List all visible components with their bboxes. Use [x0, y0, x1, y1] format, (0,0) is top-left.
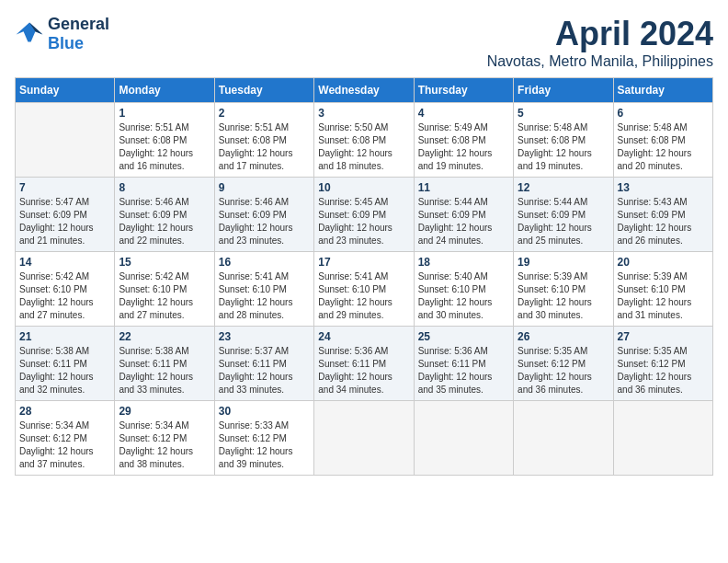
day-info: Sunrise: 5:35 AMSunset: 6:12 PMDaylight:… — [518, 345, 609, 396]
table-row: 9Sunrise: 5:46 AMSunset: 6:09 PMDaylight… — [214, 178, 313, 252]
table-row: 10Sunrise: 5:45 AMSunset: 6:09 PMDayligh… — [314, 178, 414, 252]
calendar-week-3: 14Sunrise: 5:42 AMSunset: 6:10 PMDayligh… — [16, 252, 713, 327]
day-number: 22 — [119, 330, 210, 343]
table-row: 18Sunrise: 5:40 AMSunset: 6:10 PMDayligh… — [414, 252, 513, 327]
table-row — [514, 401, 613, 476]
table-row: 4Sunrise: 5:49 AMSunset: 6:08 PMDaylight… — [414, 103, 513, 178]
day-info: Sunrise: 5:47 AMSunset: 6:09 PMDaylight:… — [19, 196, 110, 247]
day-number: 26 — [518, 330, 609, 343]
day-info: Sunrise: 5:41 AMSunset: 6:10 PMDaylight:… — [318, 270, 409, 322]
day-info: Sunrise: 5:48 AMSunset: 6:08 PMDaylight:… — [518, 121, 609, 173]
day-info: Sunrise: 5:42 AMSunset: 6:10 PMDaylight:… — [119, 270, 210, 322]
table-row: 1Sunrise: 5:51 AMSunset: 6:08 PMDaylight… — [115, 103, 214, 178]
day-info: Sunrise: 5:39 AMSunset: 6:10 PMDaylight:… — [518, 270, 609, 322]
calendar-title: April 2024 — [487, 15, 713, 53]
table-row: 30Sunrise: 5:33 AMSunset: 6:12 PMDayligh… — [214, 401, 313, 476]
day-info: Sunrise: 5:42 AMSunset: 6:10 PMDaylight:… — [19, 270, 110, 322]
day-info: Sunrise: 5:43 AMSunset: 6:09 PMDaylight:… — [618, 196, 709, 247]
table-row: 16Sunrise: 5:41 AMSunset: 6:10 PMDayligh… — [214, 252, 313, 327]
day-number: 2 — [219, 107, 310, 120]
table-row: 23Sunrise: 5:37 AMSunset: 6:11 PMDayligh… — [214, 327, 313, 401]
table-row: 20Sunrise: 5:39 AMSunset: 6:10 PMDayligh… — [613, 252, 712, 327]
table-row: 15Sunrise: 5:42 AMSunset: 6:10 PMDayligh… — [115, 252, 214, 327]
day-info: Sunrise: 5:39 AMSunset: 6:10 PMDaylight:… — [618, 270, 709, 322]
table-row — [16, 103, 115, 178]
day-number: 7 — [19, 181, 110, 194]
calendar-subtitle: Navotas, Metro Manila, Philippines — [487, 53, 713, 70]
calendar-week-1: 1Sunrise: 5:51 AMSunset: 6:08 PMDaylight… — [16, 103, 713, 178]
calendar-table: Sunday Monday Tuesday Wednesday Thursday… — [15, 77, 713, 476]
table-row: 2Sunrise: 5:51 AMSunset: 6:08 PMDaylight… — [214, 103, 313, 178]
day-info: Sunrise: 5:45 AMSunset: 6:09 PMDaylight:… — [318, 196, 409, 247]
page-header: General Blue April 2024 Navotas, Metro M… — [15, 15, 713, 70]
day-number: 16 — [219, 256, 310, 269]
day-info: Sunrise: 5:51 AMSunset: 6:08 PMDaylight:… — [119, 121, 210, 173]
day-info: Sunrise: 5:36 AMSunset: 6:11 PMDaylight:… — [318, 345, 409, 396]
table-row: 8Sunrise: 5:46 AMSunset: 6:09 PMDaylight… — [115, 178, 214, 252]
header-thursday: Thursday — [414, 78, 513, 103]
day-number: 28 — [19, 405, 110, 418]
header-friday: Friday — [514, 78, 613, 103]
logo-text: General Blue — [48, 15, 109, 53]
header-wednesday: Wednesday — [314, 78, 414, 103]
day-info: Sunrise: 5:36 AMSunset: 6:11 PMDaylight:… — [418, 345, 509, 396]
day-info: Sunrise: 5:46 AMSunset: 6:09 PMDaylight:… — [119, 196, 210, 247]
table-row: 24Sunrise: 5:36 AMSunset: 6:11 PMDayligh… — [314, 327, 414, 401]
day-number: 5 — [518, 107, 609, 120]
day-info: Sunrise: 5:46 AMSunset: 6:09 PMDaylight:… — [219, 196, 310, 247]
table-row: 6Sunrise: 5:48 AMSunset: 6:08 PMDaylight… — [613, 103, 712, 178]
day-info: Sunrise: 5:38 AMSunset: 6:11 PMDaylight:… — [19, 345, 110, 396]
header-tuesday: Tuesday — [214, 78, 313, 103]
table-row: 25Sunrise: 5:36 AMSunset: 6:11 PMDayligh… — [414, 327, 513, 401]
day-number: 12 — [518, 181, 609, 194]
calendar-header-row: Sunday Monday Tuesday Wednesday Thursday… — [16, 78, 713, 103]
day-info: Sunrise: 5:35 AMSunset: 6:12 PMDaylight:… — [618, 345, 709, 396]
day-number: 14 — [19, 256, 110, 269]
title-block: April 2024 Navotas, Metro Manila, Philip… — [487, 15, 713, 70]
table-row: 28Sunrise: 5:34 AMSunset: 6:12 PMDayligh… — [16, 401, 115, 476]
table-row: 14Sunrise: 5:42 AMSunset: 6:10 PMDayligh… — [16, 252, 115, 327]
table-row: 27Sunrise: 5:35 AMSunset: 6:12 PMDayligh… — [613, 327, 712, 401]
day-info: Sunrise: 5:51 AMSunset: 6:08 PMDaylight:… — [219, 121, 310, 173]
day-number: 4 — [418, 107, 509, 120]
day-number: 9 — [219, 181, 310, 194]
table-row: 13Sunrise: 5:43 AMSunset: 6:09 PMDayligh… — [613, 178, 712, 252]
table-row — [414, 401, 513, 476]
day-info: Sunrise: 5:34 AMSunset: 6:12 PMDaylight:… — [119, 419, 210, 471]
day-info: Sunrise: 5:38 AMSunset: 6:11 PMDaylight:… — [119, 345, 210, 396]
day-number: 25 — [418, 330, 509, 343]
logo: General Blue — [15, 15, 109, 53]
day-number: 18 — [418, 256, 509, 269]
table-row: 19Sunrise: 5:39 AMSunset: 6:10 PMDayligh… — [514, 252, 613, 327]
day-info: Sunrise: 5:41 AMSunset: 6:10 PMDaylight:… — [219, 270, 310, 322]
day-number: 3 — [318, 107, 409, 120]
day-info: Sunrise: 5:48 AMSunset: 6:08 PMDaylight:… — [618, 121, 709, 173]
day-info: Sunrise: 5:40 AMSunset: 6:10 PMDaylight:… — [418, 270, 509, 322]
day-number: 10 — [318, 181, 409, 194]
header-monday: Monday — [115, 78, 214, 103]
day-number: 27 — [618, 330, 709, 343]
table-row: 21Sunrise: 5:38 AMSunset: 6:11 PMDayligh… — [16, 327, 115, 401]
table-row: 12Sunrise: 5:44 AMSunset: 6:09 PMDayligh… — [514, 178, 613, 252]
day-number: 24 — [318, 330, 409, 343]
table-row: 22Sunrise: 5:38 AMSunset: 6:11 PMDayligh… — [115, 327, 214, 401]
header-saturday: Saturday — [613, 78, 712, 103]
table-row: 17Sunrise: 5:41 AMSunset: 6:10 PMDayligh… — [314, 252, 414, 327]
calendar-week-5: 28Sunrise: 5:34 AMSunset: 6:12 PMDayligh… — [16, 401, 713, 476]
table-row: 5Sunrise: 5:48 AMSunset: 6:08 PMDaylight… — [514, 103, 613, 178]
day-number: 19 — [518, 256, 609, 269]
day-number: 23 — [219, 330, 310, 343]
day-info: Sunrise: 5:49 AMSunset: 6:08 PMDaylight:… — [418, 121, 509, 173]
table-row — [613, 401, 712, 476]
day-number: 17 — [318, 256, 409, 269]
day-info: Sunrise: 5:34 AMSunset: 6:12 PMDaylight:… — [19, 419, 110, 471]
day-info: Sunrise: 5:37 AMSunset: 6:11 PMDaylight:… — [219, 345, 310, 396]
day-number: 8 — [119, 181, 210, 194]
logo-icon — [15, 21, 44, 47]
calendar-week-4: 21Sunrise: 5:38 AMSunset: 6:11 PMDayligh… — [16, 327, 713, 401]
day-info: Sunrise: 5:44 AMSunset: 6:09 PMDaylight:… — [418, 196, 509, 247]
day-info: Sunrise: 5:50 AMSunset: 6:08 PMDaylight:… — [318, 121, 409, 173]
day-number: 13 — [618, 181, 709, 194]
day-info: Sunrise: 5:44 AMSunset: 6:09 PMDaylight:… — [518, 196, 609, 247]
table-row — [314, 401, 414, 476]
